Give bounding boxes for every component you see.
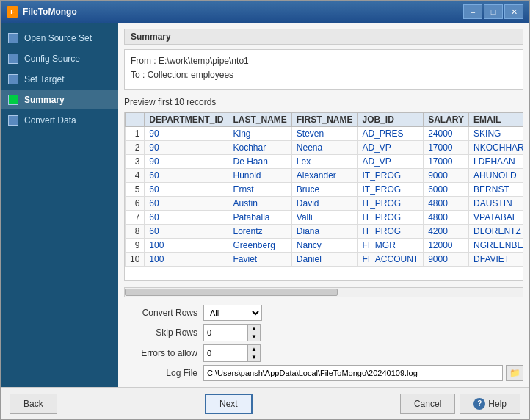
cell-first: Daniel bbox=[291, 253, 357, 267]
horizontal-scrollbar[interactable] bbox=[124, 287, 523, 297]
cell-job: AD_PRES bbox=[357, 127, 424, 141]
cell-num: 5 bbox=[126, 183, 145, 197]
cell-salary: 17000 bbox=[424, 141, 469, 155]
section-header: Summary bbox=[124, 29, 523, 45]
errors-down[interactable]: ▼ bbox=[248, 353, 260, 361]
footer: Back Next Cancel ? Help bbox=[1, 387, 529, 419]
table-row: 10 100 Faviet Daniel FI_ACCOUNT 9000 DFA… bbox=[126, 253, 524, 267]
footer-left: Back bbox=[10, 394, 57, 414]
cell-first: Valli bbox=[291, 211, 357, 225]
col-header-last: LAST_NAME bbox=[228, 113, 291, 127]
cell-job: FI_ACCOUNT bbox=[357, 253, 424, 267]
cell-job: AD_VP bbox=[357, 155, 424, 169]
log-file-input[interactable] bbox=[203, 365, 503, 381]
title-bar: F FileToMongo – □ ✕ bbox=[1, 1, 529, 23]
sidebar-item-convert-data[interactable]: Convert Data bbox=[1, 111, 118, 130]
cell-dept: 60 bbox=[145, 183, 228, 197]
cell-first: David bbox=[291, 197, 357, 211]
step-indicator-1 bbox=[8, 33, 18, 43]
cell-last: De Haan bbox=[228, 155, 291, 169]
next-button[interactable]: Next bbox=[205, 394, 253, 414]
sidebar: Open Source Set Config Source Set Target… bbox=[1, 23, 118, 387]
skip-rows-row: Skip Rows ▲ ▼ bbox=[124, 324, 523, 341]
cell-job: AD_VP bbox=[357, 141, 424, 155]
close-button[interactable]: ✕ bbox=[504, 4, 523, 19]
table-row: 6 60 Austin David IT_PROG 4800 DAUSTIN 1… bbox=[126, 197, 524, 211]
sidebar-item-config-source[interactable]: Config Source bbox=[1, 49, 118, 68]
cell-dept: 90 bbox=[145, 141, 228, 155]
convert-rows-row: Convert Rows All First N Custom bbox=[124, 305, 523, 321]
cell-job: IT_PROG bbox=[357, 197, 424, 211]
skip-rows-down[interactable]: ▼ bbox=[248, 333, 260, 341]
table-row: 2 90 Kochhar Neena AD_VP 17000 NKOCHHAR … bbox=[126, 141, 524, 155]
skip-rows-input[interactable] bbox=[204, 325, 248, 341]
cell-salary: 4800 bbox=[424, 197, 469, 211]
cell-salary: 12000 bbox=[424, 239, 469, 253]
cell-num: 1 bbox=[126, 127, 145, 141]
cell-email: SKING bbox=[469, 127, 523, 141]
help-label: Help bbox=[488, 399, 507, 409]
cell-last: Greenberg bbox=[228, 239, 291, 253]
cell-last: Pataballa bbox=[228, 211, 291, 225]
table-row: 4 60 Hunold Alexander IT_PROG 9000 AHUNO… bbox=[126, 169, 524, 183]
cell-dept: 100 bbox=[145, 239, 228, 253]
sidebar-item-open-source-set[interactable]: Open Source Set bbox=[1, 29, 118, 48]
step-indicator-2 bbox=[8, 54, 18, 64]
skip-rows-up[interactable]: ▲ bbox=[248, 325, 260, 333]
skip-rows-buttons: ▲ ▼ bbox=[248, 325, 260, 341]
back-button[interactable]: Back bbox=[10, 394, 57, 414]
sidebar-item-set-target[interactable]: Set Target bbox=[1, 70, 118, 89]
info-box: From : E:\work\temp\pipe\nto1 To : Colle… bbox=[124, 49, 523, 90]
sidebar-label-set-target: Set Target bbox=[24, 74, 64, 84]
table-row: 5 60 Ernst Bruce IT_PROG 6000 BERNST 103 bbox=[126, 183, 524, 197]
preview-header: Preview first 10 records bbox=[124, 97, 523, 107]
cell-first: Steven bbox=[291, 127, 357, 141]
errors-spinner: ▲ ▼ bbox=[203, 344, 261, 362]
cell-last: Kochhar bbox=[228, 141, 291, 155]
cell-job: IT_PROG bbox=[357, 169, 424, 183]
cell-salary: 24000 bbox=[424, 127, 469, 141]
scrollbar-thumb[interactable] bbox=[125, 289, 338, 296]
window-title: FileToMongo bbox=[23, 7, 77, 17]
convert-rows-select[interactable]: All First N Custom bbox=[203, 305, 262, 321]
cell-email: BERNST bbox=[469, 183, 523, 197]
title-controls: – □ ✕ bbox=[463, 4, 523, 19]
cell-email: DLORENTZ bbox=[469, 225, 523, 239]
sidebar-label-convert-data: Convert Data bbox=[24, 115, 76, 126]
table-row: 1 90 King Steven AD_PRES 24000 SKING bbox=[126, 127, 524, 141]
errors-up[interactable]: ▲ bbox=[248, 345, 260, 353]
cell-dept: 60 bbox=[145, 211, 228, 225]
convert-rows-control: All First N Custom bbox=[203, 305, 262, 321]
cell-num: 9 bbox=[126, 239, 145, 253]
col-header-num bbox=[126, 113, 145, 127]
cell-dept: 60 bbox=[145, 225, 228, 239]
cell-salary: 4800 bbox=[424, 211, 469, 225]
sidebar-label-config-source: Config Source bbox=[24, 54, 80, 64]
log-file-browse-button[interactable]: 📁 bbox=[506, 365, 523, 381]
cell-salary: 9000 bbox=[424, 169, 469, 183]
help-button[interactable]: ? Help bbox=[460, 394, 520, 414]
cell-last: Lorentz bbox=[228, 225, 291, 239]
minimize-button[interactable]: – bbox=[463, 4, 482, 19]
cell-last: Austin bbox=[228, 197, 291, 211]
cell-email: AHUNOLD bbox=[469, 169, 523, 183]
title-bar-left: F FileToMongo bbox=[7, 6, 77, 18]
cell-job: IT_PROG bbox=[357, 183, 424, 197]
cell-num: 2 bbox=[126, 141, 145, 155]
table-header-row: DEPARTMENT_ID LAST_NAME FIRST_NAME JOB_I… bbox=[126, 113, 524, 127]
cancel-button[interactable]: Cancel bbox=[400, 394, 455, 414]
errors-buttons: ▲ ▼ bbox=[248, 345, 260, 361]
cell-dept: 60 bbox=[145, 169, 228, 183]
main-panel: Summary From : E:\work\temp\pipe\nto1 To… bbox=[118, 23, 529, 387]
col-header-first: FIRST_NAME bbox=[291, 113, 357, 127]
cell-dept: 90 bbox=[145, 155, 228, 169]
maximize-button[interactable]: □ bbox=[484, 4, 503, 19]
data-table-container[interactable]: DEPARTMENT_ID LAST_NAME FIRST_NAME JOB_I… bbox=[124, 112, 523, 281]
log-file-label: Log File bbox=[124, 368, 197, 378]
cell-last: Ernst bbox=[228, 183, 291, 197]
sidebar-item-summary[interactable]: Summary bbox=[1, 90, 118, 109]
errors-input[interactable] bbox=[204, 345, 248, 361]
cell-first: Alexander bbox=[291, 169, 357, 183]
cell-email: DAUSTIN bbox=[469, 197, 523, 211]
cell-dept: 100 bbox=[145, 253, 228, 267]
